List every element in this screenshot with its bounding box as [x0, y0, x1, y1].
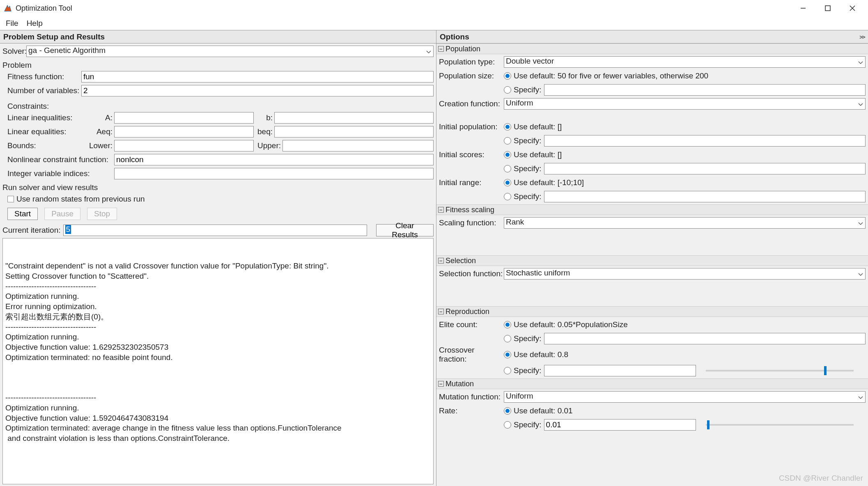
nvars-label: Number of variables: — [7, 86, 81, 95]
crossover-label: Crossover fraction: — [439, 346, 504, 364]
elite-default-label: Use default: 0.05*PopulationSize — [514, 320, 628, 329]
collapse-icon: − — [438, 46, 444, 52]
collapse-icon: − — [438, 381, 444, 387]
initrange-specify-label: Specify: — [514, 192, 542, 201]
mutfunc-select[interactable]: Uniform — [504, 391, 866, 403]
random-checkbox[interactable] — [7, 196, 14, 202]
crossover-specify-radio[interactable] — [504, 367, 511, 374]
minimize-button[interactable] — [791, 0, 815, 16]
left-panel-header: Problem Setup and Results — [0, 30, 436, 44]
fitness-input[interactable] — [81, 71, 434, 83]
pause-button[interactable]: Pause — [44, 208, 80, 220]
right-panel-header: Options >> — [436, 30, 868, 44]
popsize-default-label: Use default: 50 for five or fewer variab… — [514, 71, 708, 80]
elite-specify-input[interactable] — [544, 333, 866, 344]
nvars-input[interactable] — [81, 85, 434, 96]
window-title: Optimization Tool — [16, 4, 791, 13]
b-input[interactable] — [274, 112, 434, 124]
elite-specify-radio[interactable] — [504, 335, 511, 342]
close-button[interactable] — [840, 0, 865, 16]
menu-file[interactable]: File — [2, 17, 23, 30]
initrange-default-label: Use default: [-10;10] — [514, 178, 584, 187]
beq-label: beq: — [254, 127, 274, 136]
fitness-label: Fitness function: — [7, 72, 81, 81]
initpop-specify-input[interactable] — [544, 135, 866, 147]
collapse-icon: − — [438, 207, 444, 213]
results-output[interactable]: "Constraint dependent" is not a valid Cr… — [2, 238, 434, 484]
rate-specify-label: Specify: — [514, 420, 542, 429]
initpop-default-radio[interactable] — [504, 123, 511, 131]
right-panel-title: Options — [440, 32, 469, 41]
initpop-default-label: Use default: [] — [514, 122, 562, 131]
rate-default-radio[interactable] — [504, 407, 511, 415]
selfunc-label: Selection function: — [439, 269, 504, 278]
beq-input[interactable] — [274, 126, 434, 138]
rate-specify-input[interactable] — [544, 419, 696, 431]
titlebar: Optimization Tool — [0, 0, 868, 16]
upper-input[interactable] — [282, 140, 434, 151]
fitness-scaling-title: Fitness scaling — [445, 206, 494, 214]
crossover-slider[interactable] — [706, 370, 854, 371]
section-population[interactable]: − Population — [436, 44, 868, 54]
section-reproduction[interactable]: − Reproduction — [436, 306, 868, 317]
elite-specify-label: Specify: — [514, 334, 542, 343]
crossover-specify-input[interactable] — [544, 365, 696, 376]
menu-help[interactable]: Help — [23, 17, 47, 30]
popsize-label: Population size: — [439, 71, 504, 80]
initscores-specify-radio[interactable] — [504, 165, 511, 172]
nonlcon-label: Nonlinear constraint function: — [7, 155, 114, 164]
nonlcon-input[interactable] — [114, 154, 434, 165]
population-title: Population — [445, 45, 480, 53]
popsize-specify-radio[interactable] — [504, 86, 511, 94]
crossover-default-radio[interactable] — [504, 351, 511, 358]
section-fitness-scaling[interactable]: − Fitness scaling — [436, 204, 868, 215]
A-input[interactable] — [114, 112, 254, 124]
popsize-default-radio[interactable] — [504, 72, 511, 80]
initscores-specify-input[interactable] — [544, 163, 866, 174]
lineq-label: Linear inequalities: — [7, 113, 94, 122]
curiter-label: Current iteration: — [2, 226, 61, 235]
initpop-specify-label: Specify: — [514, 136, 542, 145]
start-button[interactable]: Start — [7, 208, 38, 220]
mutation-title: Mutation — [445, 380, 474, 388]
scaling-select[interactable]: Rank — [504, 217, 866, 229]
rate-specify-radio[interactable] — [504, 421, 511, 429]
maximize-button[interactable] — [815, 0, 840, 16]
reproduction-title: Reproduction — [445, 307, 489, 316]
section-mutation[interactable]: − Mutation — [436, 378, 868, 389]
poptype-select[interactable]: Double vector — [504, 56, 866, 68]
constraints-section: Constraints: — [2, 102, 434, 111]
clear-results-button[interactable]: Clear Results — [376, 224, 434, 236]
random-label: Use random states from previous run — [16, 195, 145, 204]
intvar-label: Integer variable indices: — [7, 169, 114, 178]
initrange-default-radio[interactable] — [504, 179, 511, 186]
Aeq-label: Aeq: — [94, 127, 114, 136]
app-icon — [3, 4, 12, 13]
popsize-specify-input[interactable] — [544, 84, 866, 96]
stop-button[interactable]: Stop — [87, 208, 117, 220]
initscores-specify-label: Specify: — [514, 164, 542, 173]
selfunc-select[interactable]: Stochastic uniform — [504, 268, 866, 280]
expand-icon[interactable]: >> — [859, 34, 865, 40]
mutfunc-label: Mutation function: — [439, 392, 504, 401]
elite-default-radio[interactable] — [504, 321, 511, 328]
initscores-default-label: Use default: [] — [514, 150, 562, 159]
section-selection[interactable]: − Selection — [436, 255, 868, 266]
initpop-specify-radio[interactable] — [504, 137, 511, 144]
menubar: File Help — [0, 16, 868, 30]
creation-select[interactable]: Uniform — [504, 98, 866, 110]
intvar-input[interactable] — [114, 168, 434, 179]
selection-title: Selection — [445, 257, 476, 265]
lower-label: Lower: — [85, 141, 114, 150]
solver-select[interactable]: ga - Genetic Algorithm — [26, 46, 434, 57]
Aeq-input[interactable] — [114, 126, 254, 138]
initscores-label: Initial scores: — [439, 150, 504, 159]
initrange-specify-radio[interactable] — [504, 193, 511, 200]
poptype-label: Population type: — [439, 57, 504, 66]
bounds-label: Bounds: — [7, 141, 85, 150]
lower-input[interactable] — [114, 140, 254, 151]
initscores-default-radio[interactable] — [504, 151, 511, 158]
rate-slider[interactable] — [706, 424, 854, 426]
curiter-field[interactable]: 5 — [63, 225, 367, 236]
initrange-specify-input[interactable] — [544, 191, 866, 202]
